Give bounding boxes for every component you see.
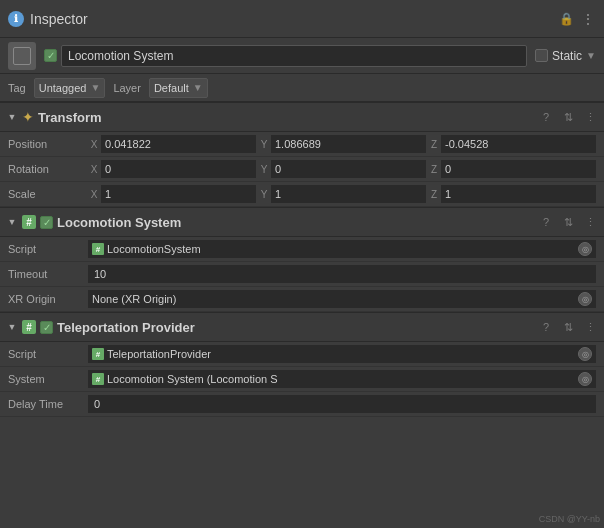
x-axis-label: X	[88, 139, 100, 150]
loco-script-label: Script	[8, 243, 88, 255]
title-actions: 🔒 ⋮	[558, 11, 596, 27]
tag-layer-row: Tag Untagged ▼ Layer Default ▼	[0, 74, 604, 102]
teleport-section-header: ▼ # ✓ Teleportation Provider ? ⇅ ⋮	[0, 312, 604, 342]
rotation-label: Rotation	[8, 163, 88, 175]
inspector-title: Inspector	[30, 11, 88, 27]
locomotion-menu-icon[interactable]: ⋮	[582, 214, 598, 230]
teleport-properties: Script # TeleportationProvider ◎ System …	[0, 342, 604, 417]
active-checkbox-group: ✓	[44, 49, 57, 62]
transform-settings-icon[interactable]: ⇅	[560, 109, 576, 125]
sz-axis-label: Z	[428, 189, 440, 200]
cube-icon	[13, 47, 31, 65]
layer-dropdown[interactable]: Default ▼	[149, 78, 208, 98]
teleport-title: Teleportation Provider	[57, 320, 538, 335]
scale-z-input[interactable]	[441, 185, 596, 203]
teleport-script-value: TeleportationProvider	[107, 348, 575, 360]
scale-y-input[interactable]	[271, 185, 426, 203]
rotation-x-input[interactable]	[101, 160, 256, 178]
rotation-fields: X Y Z	[88, 160, 596, 178]
static-dropdown-arrow[interactable]: ▼	[586, 50, 596, 61]
system-row: System # Locomotion System (Locomotion S…	[0, 367, 604, 392]
transform-section-header: ▼ ✦ Transform ? ⇅ ⋮	[0, 102, 604, 132]
system-picker[interactable]: ◎	[578, 372, 592, 386]
transform-help-icon[interactable]: ?	[538, 109, 554, 125]
object-row: ✓ Static ▼	[0, 38, 604, 74]
transform-title: Transform	[38, 110, 538, 125]
position-y-group: Y	[258, 135, 426, 153]
system-value: Locomotion System (Locomotion S	[107, 373, 575, 385]
object-name-input[interactable]	[61, 45, 527, 67]
position-y-input[interactable]	[271, 135, 426, 153]
rz-axis-label: Z	[428, 164, 440, 175]
lock-icon[interactable]: 🔒	[558, 11, 574, 27]
position-fields: X Y Z	[88, 135, 596, 153]
scale-z-group: Z	[428, 185, 596, 203]
xr-origin-label: XR Origin	[8, 293, 88, 305]
teleport-script-ref: # TeleportationProvider ◎	[88, 345, 596, 363]
loco-script-row: Script # LocomotionSystem ◎	[0, 237, 604, 262]
locomotion-properties: Script # LocomotionSystem ◎ Timeout XR O…	[0, 237, 604, 312]
locomotion-actions: ? ⇅ ⋮	[538, 214, 598, 230]
rotation-z-group: Z	[428, 160, 596, 178]
rx-axis-label: X	[88, 164, 100, 175]
rotation-y-group: Y	[258, 160, 426, 178]
position-x-input[interactable]	[101, 135, 256, 153]
locomotion-settings-icon[interactable]: ⇅	[560, 214, 576, 230]
scale-y-group: Y	[258, 185, 426, 203]
inspector-icon: ℹ	[8, 11, 24, 27]
timeout-input[interactable]	[88, 265, 596, 283]
locomotion-help-icon[interactable]: ?	[538, 214, 554, 230]
position-z-input[interactable]	[441, 135, 596, 153]
locomotion-hash-icon: #	[22, 215, 36, 229]
teleport-script-picker[interactable]: ◎	[578, 347, 592, 361]
menu-icon[interactable]: ⋮	[580, 11, 596, 27]
active-checkbox[interactable]: ✓	[44, 49, 57, 62]
static-label: Static	[552, 49, 582, 63]
system-ref-icon: #	[92, 373, 104, 385]
xr-origin-ref: None (XR Origin) ◎	[88, 290, 596, 308]
teleport-actions: ? ⇅ ⋮	[538, 319, 598, 335]
position-z-group: Z	[428, 135, 596, 153]
tag-dropdown[interactable]: Untagged ▼	[34, 78, 106, 98]
teleport-help-icon[interactable]: ?	[538, 319, 554, 335]
tag-label: Tag	[8, 82, 26, 94]
timeout-label: Timeout	[8, 268, 88, 280]
loco-script-ref: # LocomotionSystem ◎	[88, 240, 596, 258]
static-checkbox[interactable]	[535, 49, 548, 62]
teleport-menu-icon[interactable]: ⋮	[582, 319, 598, 335]
delay-row: Delay Time	[0, 392, 604, 417]
transform-actions: ? ⇅ ⋮	[538, 109, 598, 125]
tag-dropdown-arrow: ▼	[90, 82, 100, 93]
teleport-chevron[interactable]: ▼	[6, 321, 18, 333]
title-bar: ℹ Inspector 🔒 ⋮	[0, 0, 604, 38]
teleport-checkbox[interactable]: ✓	[40, 321, 53, 334]
xr-origin-row: XR Origin None (XR Origin) ◎	[0, 287, 604, 312]
system-label: System	[8, 373, 88, 385]
rotation-y-input[interactable]	[271, 160, 426, 178]
teleport-script-row: Script # TeleportationProvider ◎	[0, 342, 604, 367]
delay-input[interactable]	[88, 395, 596, 413]
rotation-z-input[interactable]	[441, 160, 596, 178]
timeout-row: Timeout	[0, 262, 604, 287]
position-label: Position	[8, 138, 88, 150]
xr-origin-picker[interactable]: ◎	[578, 292, 592, 306]
locomotion-section-header: ▼ # ✓ Locomotion System ? ⇅ ⋮	[0, 207, 604, 237]
locomotion-chevron[interactable]: ▼	[6, 216, 18, 228]
transform-menu-icon[interactable]: ⋮	[582, 109, 598, 125]
delay-label: Delay Time	[8, 398, 88, 410]
z-axis-label: Z	[428, 139, 440, 150]
locomotion-checkbox[interactable]: ✓	[40, 216, 53, 229]
transform-chevron[interactable]: ▼	[6, 111, 18, 123]
loco-script-ref-icon: #	[92, 243, 104, 255]
position-x-group: X	[88, 135, 256, 153]
loco-script-picker[interactable]: ◎	[578, 242, 592, 256]
position-row: Position X Y Z	[0, 132, 604, 157]
teleport-script-label: Script	[8, 348, 88, 360]
scale-fields: X Y Z	[88, 185, 596, 203]
teleport-settings-icon[interactable]: ⇅	[560, 319, 576, 335]
scale-x-input[interactable]	[101, 185, 256, 203]
transform-properties: Position X Y Z Rotation X Y	[0, 132, 604, 207]
layer-dropdown-arrow: ▼	[193, 82, 203, 93]
y-axis-label: Y	[258, 139, 270, 150]
rotation-x-group: X	[88, 160, 256, 178]
